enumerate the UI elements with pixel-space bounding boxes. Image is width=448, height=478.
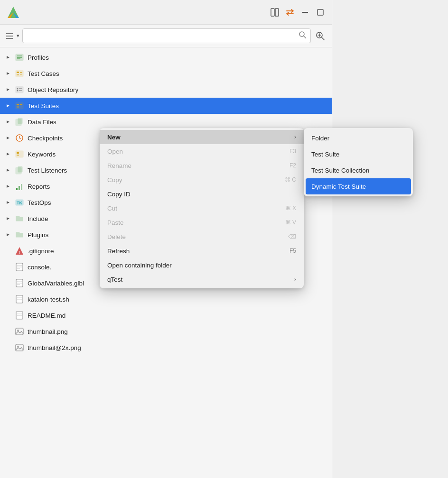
ctx-item-rename: RenameF2 [100, 158, 304, 173]
filter-button[interactable]: ▾ [5, 31, 19, 41]
ctx-item-qtest[interactable]: qTest› [100, 272, 304, 286]
minimize-icon[interactable] [299, 7, 311, 18]
add-search-button[interactable] [314, 29, 327, 43]
tree-chevron-testops [5, 199, 11, 206]
svg-marker-48 [7, 169, 9, 172]
maximize-icon[interactable] [315, 7, 326, 18]
tree-icon-plugins [14, 230, 25, 240]
title-icon-group [269, 7, 326, 18]
tree-icon-test-cases [14, 68, 25, 79]
tree-label-thumbnail: thumbnail.png [28, 328, 327, 335]
svg-rect-35 [17, 104, 19, 105]
tree-item-test-cases[interactable]: Test Cases [0, 65, 332, 82]
tree-chevron-thumbnail [5, 328, 11, 335]
svg-rect-3 [271, 9, 274, 16]
tree-icon-object-repository [14, 84, 25, 95]
search-input[interactable] [27, 32, 296, 39]
ctx-label-copy-id: Copy ID [107, 191, 131, 198]
svg-text:TK: TK [17, 201, 22, 205]
submenu-item-test-suite[interactable]: Test Suite [304, 146, 413, 162]
svg-rect-78 [16, 344, 23, 351]
tree-chevron-plugins [5, 231, 11, 238]
tree-chevron-include [5, 215, 11, 222]
ctx-shortcut-paste: ⌘ V [285, 219, 296, 226]
tree-item-test-suites[interactable]: Test Suites [0, 98, 332, 114]
ctx-item-delete: Delete⌫ [100, 230, 304, 244]
svg-rect-22 [16, 70, 23, 77]
ctx-item-copy-id[interactable]: Copy ID [100, 187, 304, 201]
tree-item-object-repository[interactable]: Object Repository [0, 82, 332, 98]
ctx-label-rename: Rename [107, 162, 131, 169]
tree-label-object-repository: Object Repository [28, 86, 327, 93]
tree-label-data-files: Data Files [28, 119, 327, 126]
tree-label-katalon-test: katalon-test.sh [28, 296, 327, 303]
tree-item-thumbnail2x[interactable]: thumbnail@2x.png [0, 340, 332, 356]
tree-item-readme[interactable]: README.md [0, 307, 332, 323]
tree-chevron-reports [5, 183, 11, 190]
tree-label-test-suites: Test Suites [28, 102, 327, 110]
ctx-label-delete: Delete [107, 233, 126, 240]
tree-item-data-files[interactable]: Data Files [0, 114, 332, 130]
tree-icon-katalon-test [14, 294, 25, 304]
search-input-wrap [22, 28, 311, 43]
filter-dropdown-arrow: ▾ [17, 33, 19, 39]
svg-line-13 [322, 37, 325, 40]
ctx-item-open-containing-folder[interactable]: Open containing folder [100, 258, 304, 272]
ctx-label-cut: Cut [107, 205, 117, 212]
tree-icon-include [14, 213, 25, 224]
ctx-item-paste: Paste⌘ V [100, 215, 304, 230]
svg-text:!: ! [19, 250, 20, 255]
svg-rect-24 [17, 74, 19, 75]
ctx-item-copy: Copy⌘ C [100, 173, 304, 187]
tree-label-thumbnail2x: thumbnail@2x.png [28, 344, 327, 351]
ctx-shortcut-copy: ⌘ C [285, 176, 296, 183]
ctx-submenu-arrow-new: › [294, 134, 296, 140]
submenu-item-dynamic-test-suite[interactable]: Dynamic Test Suite [306, 178, 411, 194]
ctx-label-new: New [107, 134, 121, 141]
ctx-label-paste: Paste [107, 219, 124, 226]
submenu-item-folder[interactable]: Folder [304, 130, 413, 146]
svg-point-30 [17, 90, 19, 92]
svg-marker-55 [7, 201, 9, 204]
search-icon[interactable] [299, 31, 307, 41]
tree-chevron-keywords [5, 151, 11, 157]
tree-chevron-console [5, 264, 11, 270]
context-menu: New›OpenF3RenameF2Copy⌘ CCopy IDCut⌘ XPa… [100, 128, 304, 288]
svg-rect-34 [16, 102, 23, 109]
ctx-item-new[interactable]: New› [100, 130, 304, 144]
tree-chevron-data-files [5, 119, 11, 125]
right-panel [332, 0, 448, 478]
svg-rect-52 [16, 188, 18, 190]
tree-chevron-checkpoints [5, 135, 11, 141]
ctx-item-open: OpenF3 [100, 144, 304, 158]
tree-label-test-cases: Test Cases [28, 70, 327, 77]
svg-marker-16 [7, 56, 9, 59]
ctx-label-open: Open [107, 148, 123, 155]
submenu-item-test-suite-collection[interactable]: Test Suite Collection [304, 162, 413, 178]
tree-item-thumbnail[interactable]: thumbnail.png [0, 323, 332, 340]
ctx-shortcut-refresh: F5 [289, 248, 296, 254]
svg-line-11 [304, 36, 306, 38]
app-logo [6, 5, 21, 20]
svg-rect-45 [16, 151, 23, 157]
svg-rect-5 [302, 12, 308, 13]
tree-chevron-katalon-test [5, 296, 11, 303]
ctx-shortcut-delete: ⌫ [288, 233, 296, 240]
tree-chevron-readme [5, 312, 11, 319]
tree-icon-test-suites [14, 101, 25, 111]
svg-marker-51 [7, 185, 9, 188]
tree-chevron-test-suites [5, 102, 11, 109]
tree-item-katalon-test[interactable]: katalon-test.sh [0, 291, 332, 307]
layout-icon[interactable] [269, 7, 280, 18]
tree-icon-console [14, 262, 25, 272]
svg-rect-46 [17, 152, 19, 154]
svg-rect-47 [17, 155, 19, 156]
ctx-shortcut-cut: ⌘ X [285, 205, 296, 211]
svg-marker-21 [7, 72, 9, 75]
tree-item-profiles[interactable]: Profiles [0, 49, 332, 65]
svg-marker-33 [7, 104, 9, 107]
swap-icon[interactable] [284, 7, 296, 18]
svg-rect-41 [18, 118, 22, 124]
ctx-item-refresh[interactable]: RefreshF5 [100, 244, 304, 258]
svg-marker-59 [7, 233, 9, 236]
